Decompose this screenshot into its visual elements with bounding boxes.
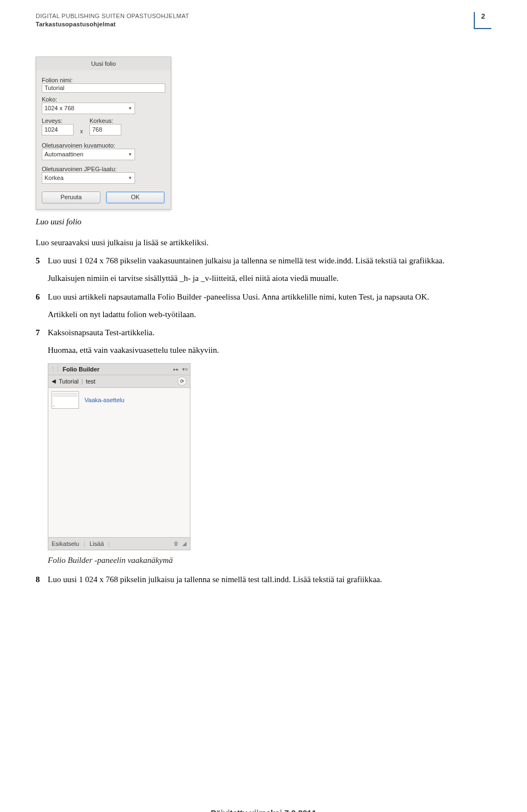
select-image-format-value: Automaattinen: [44, 151, 83, 157]
resize-grip-icon: ◢: [182, 540, 187, 546]
select-size-value: 1024 x 768: [44, 105, 74, 111]
new-folio-dialog: Uusi folio Folion nimi: Tutorial Koko: 1…: [36, 57, 171, 210]
intro-paragraph: Luo seuraavaksi uusi julkaisu ja lisää s…: [36, 237, 491, 249]
step-5-text-1: Luo uusi 1 024 x 768 pikselin vaakasuunt…: [48, 255, 491, 267]
dialog-title: Uusi folio: [36, 57, 171, 70]
figure-caption-1: Luo uusi folio: [36, 216, 491, 228]
input-folio-name[interactable]: Tutorial: [42, 83, 165, 93]
breadcrumb-separator: |: [81, 378, 83, 385]
panel-grip-icon: ⋮⋮: [51, 366, 60, 372]
times-symbol: x: [79, 128, 84, 136]
folio-builder-panel: ⋮⋮ Folio Builder ▸▸ ▾≡ ◀ Tutorial | test…: [48, 363, 190, 550]
select-jpeg-quality-value: Korkea: [44, 174, 64, 181]
step-number: 7: [36, 327, 48, 357]
layout-thumbnail: ■: [52, 391, 79, 409]
header-subtitle: Tarkastusopastusohjelmat: [36, 20, 469, 29]
step-8: 8 Luo uusi 1 024 x 768 pikselin julkaisu…: [36, 574, 491, 586]
step-7-text-1: Kaksoisnapsauta Test-artikkelia.: [48, 327, 491, 339]
step-7: 7 Kaksoisnapsauta Test-artikkelia. Huoma…: [36, 327, 491, 357]
panel-title: Folio Builder: [63, 366, 173, 373]
step-number: 8: [36, 574, 48, 586]
select-jpeg-quality[interactable]: Korkea ▼: [42, 172, 135, 184]
label-width: Leveys:: [42, 117, 74, 124]
input-height[interactable]: 768: [89, 124, 121, 136]
chevron-down-icon: ▼: [128, 176, 132, 181]
step-6: 6 Luo uusi artikkeli napsautamalla Folio…: [36, 291, 491, 321]
label-folio-name: Folion nimi:: [42, 77, 165, 83]
figure-caption-2: Folio Builder -paneelin vaakanäkymä: [48, 556, 491, 565]
preview-button[interactable]: Esikatselu: [52, 540, 79, 547]
layout-item[interactable]: ■ Vaaka-asettelu: [52, 391, 187, 409]
back-arrow-icon[interactable]: ◀: [52, 378, 56, 384]
label-size: Koko:: [42, 96, 165, 103]
step-number: 5: [36, 255, 48, 285]
select-size[interactable]: 1024 x 768 ▼: [42, 103, 135, 114]
step-8-text: Luo uusi 1 024 x 768 pikselin julkaisu j…: [48, 574, 491, 586]
panel-menu-icon[interactable]: ▾≡: [182, 366, 188, 372]
label-height: Korkeus:: [89, 117, 121, 124]
step-number: 6: [36, 291, 48, 321]
step-6-text-1: Luo uusi artikkeli napsautamalla Folio B…: [48, 291, 491, 303]
chevron-down-icon: ▼: [128, 106, 132, 111]
add-button[interactable]: Lisää: [89, 540, 104, 547]
select-image-format[interactable]: Automaattinen ▼: [42, 149, 135, 160]
refresh-icon[interactable]: ⟳: [177, 376, 187, 386]
label-image-format: Oletusarvoinen kuvamuoto:: [42, 142, 165, 149]
trash-icon[interactable]: 🗑: [173, 540, 179, 546]
step-5-text-2: Julkaisujen nimiin ei tarvitse sisällytt…: [48, 273, 491, 285]
input-width-value: 1024: [44, 126, 58, 133]
input-width[interactable]: 1024: [42, 124, 74, 136]
header-title: DIGITAL PUBLISHING SUITEN OPASTUSOHJELMA…: [36, 12, 469, 20]
page-header: DIGITAL PUBLISHING SUITEN OPASTUSOHJELMA…: [36, 12, 491, 29]
collapse-icon[interactable]: ▸▸: [173, 366, 179, 372]
label-jpeg-quality: Oletusarvoinen JPEG-laatu:: [42, 166, 165, 172]
ok-button[interactable]: OK: [106, 191, 165, 204]
layout-label: Vaaka-asettelu: [85, 397, 125, 403]
footer-updated: Päivitetty viimeksi 7.9.2011: [0, 808, 527, 812]
step-6-text-2: Artikkeli on nyt ladattu folion web-työt…: [48, 309, 491, 321]
step-7-text-2: Huomaa, että vain vaakasivuasettelu tule…: [48, 345, 491, 357]
cancel-button[interactable]: Peruuta: [42, 191, 100, 204]
chevron-down-icon: ▼: [128, 152, 132, 157]
input-folio-name-value: Tutorial: [44, 84, 64, 91]
input-height-value: 768: [92, 126, 102, 133]
breadcrumb-article[interactable]: test: [86, 378, 96, 385]
page-number: 2: [474, 12, 491, 29]
breadcrumb-folio[interactable]: Tutorial: [59, 378, 79, 385]
step-5: 5 Luo uusi 1 024 x 768 pikselin vaakasuu…: [36, 255, 491, 285]
